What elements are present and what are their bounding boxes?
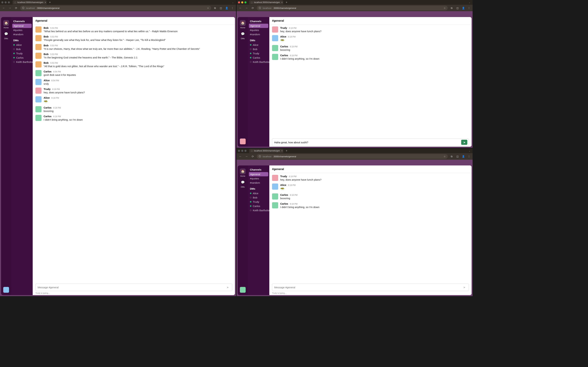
message-author[interactable]: Trudy [280,175,287,178]
dm-item[interactable]: Keith Bartholomew [248,208,269,212]
dm-item[interactable]: Trudy [248,51,269,56]
message-input[interactable] [37,285,225,290]
forward-button[interactable]: → [8,7,12,9]
forward-button[interactable]: → [244,155,249,158]
dm-item[interactable]: Trudy [11,51,33,56]
tabs-dropdown-icon[interactable]: ⌄ [231,1,234,4]
message-author[interactable]: Carlos [280,193,288,196]
avatar[interactable] [35,88,41,94]
avatar[interactable] [35,115,41,121]
message-author[interactable]: Carlos [280,45,288,48]
avatar[interactable] [35,35,41,41]
rail-dms[interactable]: 💬DMs [240,179,246,188]
reload-button[interactable]: ⟳ [250,7,255,10]
site-info-icon[interactable]: ⓘ [22,7,24,9]
close-window-icon[interactable] [1,1,3,3]
channel-item[interactable]: #quotes [248,176,269,181]
dm-item[interactable]: Alice [248,191,269,195]
avatar[interactable] [35,53,41,59]
address-bar[interactable]: ⓘlocalhost:3000/channels/general☆ [257,6,448,10]
dm-item[interactable]: Carlos [248,56,269,60]
rail-dms[interactable]: 💬DMs [240,31,246,40]
dm-item[interactable]: Carlos [248,204,269,208]
minimize-window-icon[interactable] [241,1,243,3]
rail-dms[interactable]: 💬DMs [3,31,9,40]
rail-home[interactable]: 🏠Home [240,168,246,177]
channel-item[interactable]: #random [248,181,269,185]
dm-item[interactable]: Bob [248,195,269,200]
browser-tab[interactable]: ◌localhost:3000/channels/gen× [249,149,283,153]
side-panel-icon[interactable]: ◫ [456,155,459,158]
message-author[interactable]: Alice [44,79,50,82]
message-author[interactable]: Alice [280,35,286,38]
menu-icon[interactable]: ⋮ [467,155,471,158]
channel-item[interactable]: #random [248,32,269,36]
avatar[interactable] [35,61,41,67]
browser-tab[interactable]: ◌localhost:3000/channels/gen× [249,0,283,4]
dm-item[interactable]: Keith Bartholomew [248,60,269,64]
site-info-icon[interactable]: ⓘ [259,7,261,9]
browser-tab[interactable]: ◌localhost:3000/channels/gen× [13,0,47,4]
bookmark-icon[interactable]: ☆ [207,7,209,9]
dm-item[interactable]: Keith Bartholomew [11,60,33,64]
channel-item[interactable]: #quotes [11,28,33,32]
channel-item[interactable]: #general [249,172,268,176]
rail-home[interactable]: 🏠Home [3,20,9,29]
channel-header[interactable]: #general [269,17,472,25]
reload-button[interactable]: ⟳ [250,155,255,158]
back-button[interactable]: ← [238,155,242,158]
avatar[interactable] [35,26,41,33]
dm-item[interactable]: Bob [11,47,33,51]
forward-button[interactable]: → [244,7,249,9]
back-button[interactable]: ← [238,7,242,9]
avatar[interactable] [272,202,278,208]
close-tab-icon[interactable]: × [281,150,282,152]
extensions-icon[interactable]: ⧉ [213,7,217,9]
maximize-window-icon[interactable] [244,1,247,3]
message-author[interactable]: Bob [44,61,48,64]
channel-item[interactable]: #general [249,24,268,28]
extensions-icon[interactable]: ⧉ [450,155,453,158]
message-author[interactable]: Bob [44,53,48,56]
self-avatar[interactable] [3,287,9,293]
close-tab-icon[interactable]: × [45,1,46,4]
close-window-icon[interactable] [238,1,240,3]
avatar[interactable] [272,26,278,33]
profile-icon[interactable]: 👤 [225,7,228,9]
dm-item[interactable]: Bob [248,47,269,51]
message-author[interactable]: Bob [44,44,48,47]
back-button[interactable]: ← [2,7,6,9]
channel-item[interactable]: #quotes [248,28,269,32]
message-input[interactable] [274,285,461,290]
dm-item[interactable]: Alice [248,43,269,47]
address-bar[interactable]: ⓘlocalhost:3000/channels/general☆ [20,6,211,10]
channel-item[interactable]: #random [11,32,33,36]
message-author[interactable]: Carlos [280,202,288,205]
new-tab-button[interactable]: + [285,1,289,4]
message-author[interactable]: Bob [44,35,48,38]
avatar[interactable] [272,45,278,51]
window-controls[interactable] [238,1,247,3]
extensions-icon[interactable]: ⧉ [450,7,453,9]
message-author[interactable]: Carlos [280,54,288,57]
avatar[interactable] [35,106,41,112]
channel-header[interactable]: #general [269,166,472,173]
avatar[interactable] [272,175,278,181]
avatar[interactable] [35,96,41,102]
bookmark-icon[interactable]: ☆ [444,7,446,9]
message-author[interactable]: Trudy [44,88,51,91]
message-author[interactable]: Carlos [44,106,52,109]
self-avatar[interactable] [240,139,246,144]
channel-header[interactable]: #general [33,17,235,25]
channel-item[interactable]: #general [12,24,32,28]
tabs-dropdown-icon[interactable]: ⌄ [468,150,471,152]
close-tab-icon[interactable]: × [281,1,282,4]
self-avatar[interactable] [240,287,246,293]
menu-icon[interactable]: ⋮ [231,7,234,9]
reload-button[interactable]: ⟳ [14,7,18,10]
rail-home[interactable]: 🏠Home [240,20,246,29]
avatar[interactable] [35,70,41,76]
dm-item[interactable]: Carlos [11,56,33,60]
window-controls[interactable] [1,1,10,3]
minimize-window-icon[interactable] [241,150,243,152]
